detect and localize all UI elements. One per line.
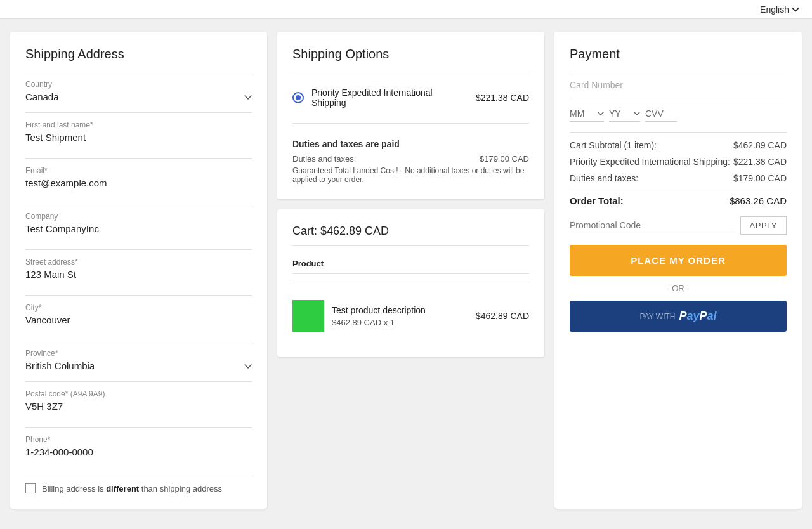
city-label: City* [25,303,252,312]
payment-panel: Payment Card Number MM YY CVV Car [554,32,802,509]
summary-shipping-row: Priority Expedited International Shippin… [570,157,787,167]
shipping-option-row[interactable]: Priority Expedited International Shippin… [292,80,529,115]
billing-different-checkbox[interactable] [25,483,36,493]
billing-text-after: than shipping address [139,484,222,493]
divider [570,72,787,72]
country-select[interactable]: Canada [25,91,252,102]
mm-chevron-icon [598,112,604,115]
shipping-radio-selected[interactable] [292,92,304,103]
postal-value[interactable]: V5H 3Z7 [25,401,252,417]
apply-button[interactable]: APPLY [740,216,787,235]
province-select[interactable]: British Columbia [25,360,252,371]
main-content: Shipping Address Country Canada First an… [0,19,812,521]
shipping-option-price: $221.38 CAD [476,93,529,103]
product-info: Test product description $462.89 CAD x 1 [332,305,468,327]
country-select-wrapper[interactable]: Canada [25,91,252,102]
country-field: Country Canada [25,80,252,102]
divider [292,245,529,246]
product-price: $462.89 CAD [476,311,529,321]
duties-row: Duties and taxes: $179.00 CAD [292,154,529,164]
billing-text-before: Billing address is [42,484,106,493]
or-divider: - OR - [570,284,787,293]
province-label: Province* [25,349,252,358]
duties-summary-amount: $179.00 CAD [733,173,787,183]
divider [292,72,529,72]
expiry-mm-select[interactable]: MM [570,108,595,119]
cart-label: Cart: [292,225,317,237]
total-amount: $863.26 CAD [730,195,787,206]
cart-item-row: Test product description $462.89 CAD x 1… [292,290,529,342]
divider [25,381,252,382]
country-label: Country [25,80,252,89]
city-value[interactable]: Vancouver [25,315,252,330]
shipping-option-name: Priority Expedited International Shippin… [311,88,468,108]
name-value[interactable]: Test Shipment [25,132,252,148]
duties-amount: $179.00 CAD [480,154,529,164]
summary-duties-row: Duties and taxes: $179.00 CAD [570,173,787,183]
divider [25,204,252,204]
street-value[interactable]: 123 Main St [25,269,252,285]
street-field: Street address* 123 Main St [25,258,252,285]
summary-subtotal-row: Cart Subtotal (1 item): $462.89 CAD [570,140,787,150]
promo-input[interactable] [570,218,735,233]
duties-note: Guaranteed Total Landed Cost! - No addit… [292,166,529,184]
expiry-mm-wrapper[interactable]: MM [570,108,604,122]
shipping-options-panel: Shipping Options Priority Expedited Inte… [277,32,544,199]
city-field: City* Vancouver [25,303,252,330]
paypal-brand: PayPal [679,310,716,323]
top-bar: English [0,0,812,19]
name-label: First and last name* [25,121,252,129]
duties-summary-label: Duties and taxes: [570,173,733,183]
cvv-field[interactable]: CVV [645,108,677,122]
divider [25,72,252,72]
company-field: Company Test CompanyInc [25,212,252,239]
divider [25,427,252,428]
divider [25,295,252,296]
language-label: English [760,4,789,15]
card-expiry-row: MM YY CVV [570,108,787,122]
paypal-button[interactable]: PAY WITH PayPal [570,301,787,332]
duties-title: Duties and taxes are paid [292,139,529,149]
company-label: Company [25,212,252,221]
middle-column: Shipping Options Priority Expedited Inte… [277,32,544,509]
product-thumbnail [292,300,324,332]
shipping-summary-label: Priority Expedited International Shippin… [570,157,733,167]
payment-title: Payment [570,47,787,62]
language-selector[interactable]: English [760,4,799,15]
email-field: Email* test@example.com [25,166,252,193]
subtotal-amount: $462.89 CAD [733,140,787,150]
place-order-button[interactable]: PLACE MY ORDER [570,245,787,276]
expiry-yy-wrapper[interactable]: YY [609,108,640,122]
divider [25,158,252,159]
company-value[interactable]: Test CompanyInc [25,223,252,239]
email-label: Email* [25,166,252,175]
billing-label: Billing address is different than shippi… [42,484,222,493]
shipping-address-panel: Shipping Address Country Canada First an… [10,32,267,509]
chevron-down-icon [792,6,799,13]
divider [25,341,252,341]
promo-row: APPLY [570,216,787,235]
postal-label: Postal code* (A9A 9A9) [25,389,252,398]
card-number-label: Card Number [570,80,787,90]
expiry-yy-select[interactable]: YY [609,108,631,119]
product-qty: $462.89 CAD x 1 [332,318,468,327]
paypal-prefix: PAY WITH [639,312,675,321]
cart-total: $462.89 CAD [320,225,389,237]
street-label: Street address* [25,258,252,266]
postal-field: Postal code* (A9A 9A9) V5H 3Z7 [25,389,252,417]
email-value[interactable]: test@example.com [25,178,252,193]
divider [292,282,529,282]
cart-title: Cart: $462.89 CAD [292,225,529,238]
name-field: First and last name* Test Shipment [25,121,252,148]
billing-diff-text: different [106,484,139,493]
billing-row: Billing address is different than shippi… [25,483,252,493]
divider [292,123,529,124]
yy-chevron-icon [634,112,640,115]
province-select-wrapper[interactable]: British Columbia [25,360,252,371]
shipping-address-title: Shipping Address [25,47,252,62]
phone-field: Phone* 1-234-000-0000 [25,435,252,462]
phone-value[interactable]: 1-234-000-0000 [25,447,252,462]
cart-panel: Cart: $462.89 CAD Product Test product d… [277,209,544,357]
total-label: Order Total: [570,195,730,206]
duties-label: Duties and taxes: [292,154,356,164]
